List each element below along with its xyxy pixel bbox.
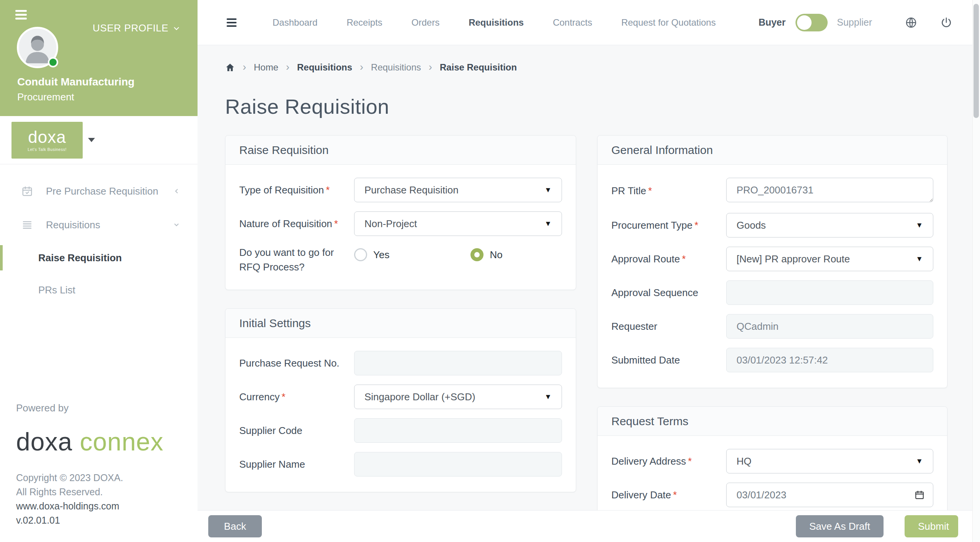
required-mark: *	[673, 489, 677, 501]
nature-of-requisition-select[interactable]: Non-Project ▼	[354, 211, 562, 236]
field-label: Approval Sequence	[611, 285, 726, 300]
sidebar-subitem-raise-requisition[interactable]: Raise Requisition	[0, 242, 198, 274]
field-label: Type of Requisition*	[239, 183, 354, 197]
nav-link-requisitions[interactable]: Requisitions	[469, 17, 524, 28]
nav-link-orders[interactable]: Orders	[412, 17, 439, 28]
select-value: Goods	[737, 219, 766, 231]
brand-wordmark: doxa connex	[16, 427, 185, 456]
nav-link-contracts[interactable]: Contracts	[553, 17, 592, 28]
globe-icon[interactable]	[905, 16, 917, 29]
scrollbar-track	[972, 0, 980, 542]
radio-unchecked-icon	[354, 248, 367, 261]
card-title: Request Terms	[598, 407, 947, 436]
required-mark: *	[688, 455, 692, 467]
nav-link-request-for-quotations[interactable]: Request for Quotations	[621, 17, 716, 28]
sidebar-profile-section: USER PROFILE Conduit Manufacturing Procu…	[0, 0, 198, 116]
page-title: Raise Requisition	[225, 95, 947, 118]
content-area: › Home › Requisitions › Requisitions › R…	[198, 45, 980, 511]
field-label: Delivery Address*	[611, 454, 726, 468]
chevron-down-icon: ▼	[916, 221, 923, 229]
breadcrumb-requisitions[interactable]: Requisitions	[297, 62, 352, 73]
currency-select[interactable]: Singapore Dollar (+SGD) ▼	[354, 385, 562, 409]
rights-text: All Rights Reserved.	[16, 485, 185, 499]
breadcrumb-separator: ›	[286, 61, 289, 73]
approval-sequence-input[interactable]	[726, 280, 933, 305]
sidebar-hamburger-icon[interactable]	[15, 10, 27, 20]
company-name: Conduit Manufacturing	[17, 76, 134, 88]
card-title: General Information	[598, 136, 947, 165]
breadcrumb-separator: ›	[360, 61, 363, 73]
rfq-radio-yes[interactable]: Yes	[354, 248, 389, 261]
active-indicator-bar	[0, 245, 3, 270]
org-switcher-caret-icon[interactable]	[88, 138, 95, 142]
delivery-address-select[interactable]: HQ ▼	[726, 449, 933, 473]
brand-wordmark-connex: connex	[80, 427, 163, 456]
type-of-requisition-select[interactable]: Purchase Requisition ▼	[354, 178, 562, 202]
calendar-icon	[915, 490, 924, 500]
action-bar: Back Save As Draft Submit	[198, 511, 980, 542]
rfq-radio-no[interactable]: No	[470, 248, 502, 261]
home-icon[interactable]	[225, 62, 235, 72]
field-label: Submitted Date	[611, 353, 726, 367]
procurement-type-select[interactable]: Goods ▼	[726, 213, 933, 237]
version-text: v.02.01.01	[16, 513, 185, 527]
supplier-name-input[interactable]	[354, 452, 562, 477]
sidebar-subitem-label: PRs List	[38, 284, 75, 296]
card-title: Initial Settings	[225, 309, 576, 338]
sidebar-item-requisitions[interactable]: Requisitions	[0, 208, 198, 242]
breadcrumb-requisitions-2[interactable]: Requisitions	[371, 62, 421, 73]
chevron-down-icon: ▼	[916, 255, 923, 263]
scrollbar-thumb[interactable]	[973, 4, 979, 118]
required-mark: *	[682, 253, 686, 265]
delivery-date-input[interactable]: 03/01/2023	[726, 483, 933, 507]
field-label: Approval Route*	[611, 252, 726, 266]
user-profile-label: USER PROFILE	[93, 22, 168, 34]
field-label: Delivery Date*	[611, 488, 726, 502]
chevron-down-icon	[172, 221, 181, 229]
nav-link-dashboard[interactable]: Dashboard	[273, 17, 317, 28]
general-information-card: General Information PR Title* PRO_200016…	[597, 135, 947, 388]
form-columns: Raise Requisition Type of Requisition* P…	[225, 135, 947, 511]
back-button[interactable]: Back	[208, 515, 262, 537]
sidebar-item-label: Pre Purchase Requisition	[46, 185, 158, 197]
submitted-date-input[interactable]	[726, 348, 933, 372]
buyer-supplier-toggle[interactable]	[795, 14, 828, 31]
submit-button[interactable]: Submit	[905, 515, 958, 537]
calendar-icon	[21, 185, 33, 197]
chevron-down-icon	[172, 24, 181, 33]
power-icon[interactable]	[940, 16, 952, 29]
requester-input[interactable]	[726, 314, 933, 339]
buyer-label: Buyer	[758, 17, 786, 28]
sidebar-item-pre-purchase-requisition[interactable]: Pre Purchase Requisition	[0, 174, 198, 208]
sidebar: USER PROFILE Conduit Manufacturing Procu…	[0, 0, 198, 542]
rfq-radio-group: Yes No	[354, 245, 562, 261]
brand-logo[interactable]: doxa Let's Talk Business!	[11, 122, 83, 159]
breadcrumb-home[interactable]: Home	[254, 62, 278, 73]
sidebar-item-label: Requisitions	[46, 219, 100, 231]
list-icon	[21, 219, 33, 231]
powered-by-label: Powered by	[16, 402, 185, 414]
initial-settings-card: Initial Settings Purchase Request No. Cu…	[225, 308, 576, 492]
nav-link-receipts[interactable]: Receipts	[346, 17, 382, 28]
raise-requisition-card: Raise Requisition Type of Requisition* P…	[225, 135, 576, 290]
sidebar-subitem-prs-list[interactable]: PRs List	[0, 274, 198, 306]
breadcrumb-current-page: Raise Requisition	[440, 62, 517, 73]
save-as-draft-button[interactable]: Save As Draft	[796, 515, 884, 537]
chevron-down-icon: ▼	[544, 219, 552, 228]
radio-label: No	[490, 249, 502, 261]
select-value: Non-Project	[364, 218, 417, 230]
purchase-request-no-input[interactable]	[354, 351, 562, 375]
brand-wordmark-doxa: doxa	[16, 427, 72, 456]
supplier-code-input[interactable]	[354, 418, 562, 443]
approval-route-select[interactable]: [New] PR approver Route ▼	[726, 247, 933, 271]
request-terms-card: Request Terms Delivery Address* HQ ▼	[597, 406, 947, 511]
topnav-hamburger-icon[interactable]	[227, 18, 237, 27]
chevron-down-icon: ▼	[544, 393, 552, 401]
toggle-knob	[797, 15, 812, 30]
department-label: Procurement	[17, 91, 74, 103]
field-label: Supplier Name	[239, 457, 354, 472]
online-status-dot	[48, 57, 58, 67]
pr-title-textarea[interactable]: PRO_200016731	[726, 178, 933, 202]
chevron-left-icon	[172, 187, 181, 195]
user-profile-button[interactable]: USER PROFILE	[93, 22, 181, 34]
